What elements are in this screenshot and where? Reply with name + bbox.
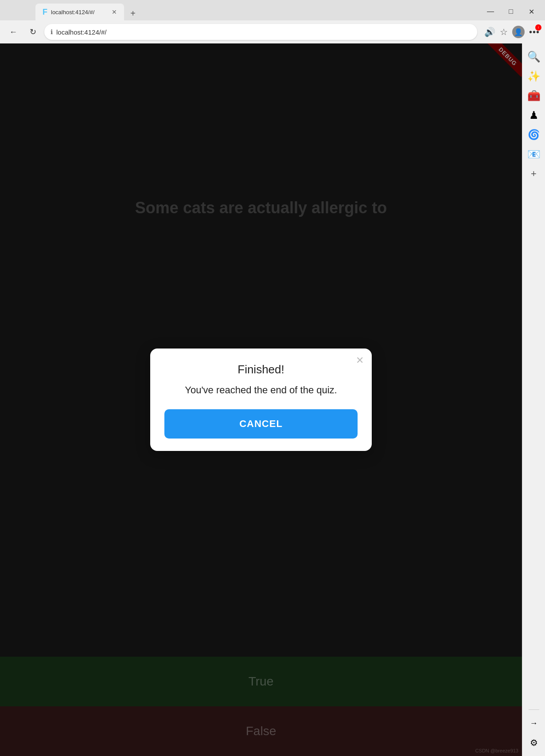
notification-badge: ↑	[535, 24, 541, 31]
new-tab-button[interactable]: +	[126, 6, 140, 20]
reload-button[interactable]: ↻	[25, 24, 41, 40]
finished-dialog: ✕ Finished! You've reached the end of th…	[150, 349, 372, 451]
dialog-message: You've reached the end of the quiz.	[164, 384, 358, 397]
favorites-icon[interactable]: ☆	[500, 27, 508, 37]
tab-favicon: F	[43, 8, 47, 17]
nav-icons: 🔊 ☆ 👤 ••• ↑	[484, 26, 540, 38]
close-window-button[interactable]: ✕	[521, 4, 541, 19]
dialog-close-button[interactable]: ✕	[356, 355, 364, 366]
sidebar-copilot2-icon[interactable]: 🌀	[526, 127, 542, 143]
more-button[interactable]: ••• ↑	[529, 27, 540, 37]
sidebar-tools-icon[interactable]: 🧰	[526, 88, 542, 104]
dialog-title: Finished!	[164, 363, 358, 376]
cancel-button[interactable]: CANCEL	[164, 409, 358, 439]
sidebar-divider	[529, 709, 539, 710]
read-aloud-icon[interactable]: 🔊	[484, 27, 495, 37]
app-content: DEBUG Some cats are actually allergic to…	[0, 43, 522, 756]
browser-chrome: F localhost:4124/#/ ✕ + — □ ✕ ← ↻ ℹ loca…	[0, 0, 545, 43]
main-area: DEBUG Some cats are actually allergic to…	[0, 43, 545, 756]
back-button[interactable]: ←	[5, 24, 21, 40]
tab-close-button[interactable]: ✕	[112, 8, 117, 16]
sidebar-copilot-icon[interactable]: ✨	[526, 68, 542, 84]
minimize-button[interactable]: —	[480, 4, 501, 19]
sidebar-search-icon[interactable]: 🔍	[526, 49, 542, 65]
address-text: localhost:4124/#/	[56, 28, 471, 36]
modal-overlay: ✕ Finished! You've reached the end of th…	[0, 43, 522, 756]
sidebar-outlook-icon[interactable]: 📧	[526, 146, 542, 162]
tab-title: localhost:4124/#/	[51, 9, 108, 16]
sidebar-add-icon[interactable]: +	[526, 166, 542, 182]
sidebar-settings-icon[interactable]: ⚙	[526, 735, 542, 751]
nav-bar: ← ↻ ℹ localhost:4124/#/ 🔊 ☆ 👤 ••• ↑	[0, 20, 545, 43]
maximize-button[interactable]: □	[501, 4, 521, 19]
profile-avatar[interactable]: 👤	[512, 26, 525, 38]
sidebar-chess-icon[interactable]: ♟	[526, 107, 542, 123]
address-bar[interactable]: ℹ localhost:4124/#/	[44, 24, 477, 40]
security-icon: ℹ	[51, 28, 53, 35]
browser-sidebar: 🔍 ✨ 🧰 ♟ 🌀 📧 + → ⚙	[522, 43, 545, 756]
browser-tab[interactable]: F localhost:4124/#/ ✕	[35, 4, 124, 20]
sidebar-exit-icon[interactable]: →	[526, 715, 542, 731]
